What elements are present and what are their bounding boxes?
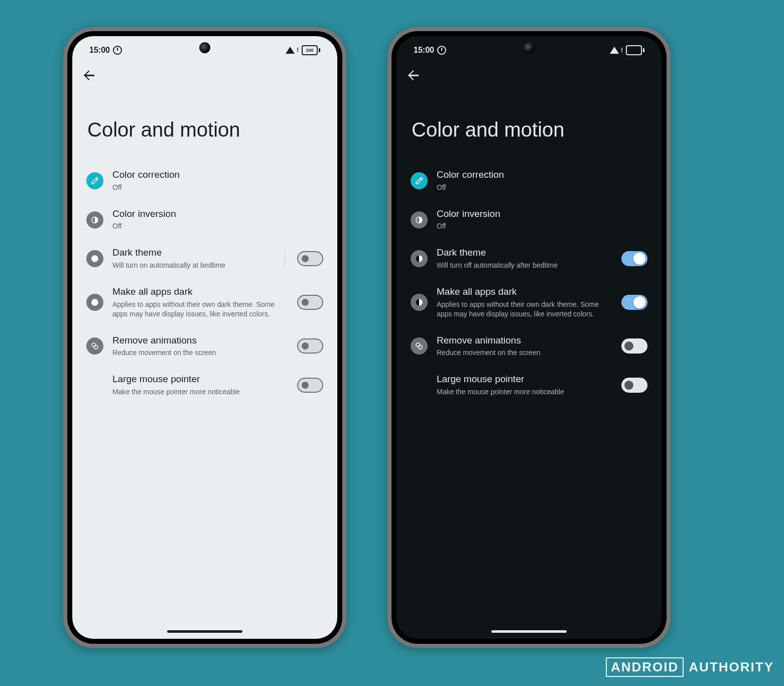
wifi-icon — [610, 47, 619, 54]
watermark: ANDROID AUTHORITY — [606, 657, 774, 677]
row-subtitle: Off — [437, 221, 647, 231]
row-subtitle: Off — [112, 221, 323, 231]
row-remove-animations[interactable]: Remove animations Reduce movement on the… — [81, 327, 328, 366]
contrast-filled-icon — [411, 250, 428, 267]
row-subtitle: Make the mouse pointer more noticeable — [112, 387, 288, 397]
row-large-mouse-pointer[interactable]: Large mouse pointer Make the mouse point… — [81, 366, 328, 405]
dark-theme-toggle[interactable] — [621, 251, 647, 266]
animation-icon — [411, 337, 428, 355]
svg-point-8 — [416, 343, 420, 347]
remove-animations-toggle[interactable] — [297, 338, 323, 354]
row-subtitle: Will turn on automatically at bedtime — [112, 261, 273, 270]
svg-point-3 — [92, 343, 96, 347]
row-divider — [285, 250, 285, 268]
page-title: Color and motion — [397, 88, 662, 161]
watermark-right: AUTHORITY — [689, 659, 774, 675]
battery-icon: 100 — [302, 45, 320, 55]
row-title: Dark theme — [437, 247, 612, 259]
animation-icon — [86, 337, 103, 355]
wifi-alert-icon: ! — [297, 47, 299, 54]
row-subtitle: Reduce movement on the screen — [437, 348, 612, 358]
wifi-icon — [286, 47, 295, 54]
row-title: Remove animations — [112, 335, 288, 347]
large-mouse-pointer-toggle[interactable] — [621, 378, 647, 393]
row-dark-theme[interactable]: Dark theme Will turn off automatically a… — [406, 239, 652, 278]
back-button[interactable] — [408, 69, 420, 81]
eyedropper-icon — [411, 172, 428, 189]
row-title: Dark theme — [112, 247, 273, 259]
contrast-icon — [86, 211, 103, 228]
row-color-inversion[interactable]: Color inversion Off — [406, 200, 652, 240]
row-title: Color correction — [112, 169, 323, 181]
front-camera — [524, 42, 535, 53]
contrast-filled-icon — [86, 250, 103, 267]
row-title: Make all apps dark — [437, 286, 612, 298]
row-remove-animations[interactable]: Remove animations Reduce movement on the… — [406, 327, 652, 366]
row-title: Large mouse pointer — [437, 374, 612, 385]
front-camera — [199, 42, 210, 53]
contrast-filled-icon — [411, 294, 428, 311]
row-subtitle: Off — [437, 183, 647, 192]
make-all-apps-dark-toggle[interactable] — [621, 295, 647, 310]
dark-theme-toggle[interactable] — [297, 251, 323, 266]
home-indicator[interactable] — [491, 630, 567, 633]
contrast-icon — [411, 211, 428, 228]
page-title: Color and motion — [72, 88, 337, 161]
row-color-correction[interactable]: Color correction Off — [406, 161, 652, 200]
row-subtitle: Applies to apps without their own dark t… — [112, 300, 288, 319]
row-subtitle: Reduce movement on the screen — [112, 348, 288, 358]
row-color-inversion[interactable]: Color inversion Off — [81, 200, 328, 240]
timer-icon — [437, 46, 446, 55]
row-subtitle: Make the mouse pointer more noticeable — [437, 387, 612, 397]
row-title: Make all apps dark — [112, 286, 288, 298]
row-title: Color inversion — [112, 208, 323, 220]
remove-animations-toggle[interactable] — [621, 338, 647, 354]
row-title: Color correction — [437, 169, 647, 181]
status-time: 15:00 — [414, 46, 434, 55]
make-all-apps-dark-toggle[interactable] — [297, 295, 323, 310]
row-large-mouse-pointer[interactable]: Large mouse pointer Make the mouse point… — [406, 366, 652, 405]
timer-icon — [113, 46, 122, 55]
row-dark-theme[interactable]: Dark theme Will turn on automatically at… — [81, 239, 328, 278]
row-subtitle: Applies to apps without their own dark t… — [437, 300, 612, 319]
svg-point-9 — [419, 346, 423, 350]
row-make-all-apps-dark[interactable]: Make all apps dark Applies to apps witho… — [81, 278, 328, 327]
row-title: Large mouse pointer — [112, 374, 288, 385]
row-title: Color inversion — [437, 208, 647, 220]
home-indicator[interactable] — [167, 630, 242, 633]
large-mouse-pointer-toggle[interactable] — [297, 378, 323, 393]
svg-point-4 — [94, 346, 98, 350]
battery-icon: 100 — [626, 45, 644, 55]
row-make-all-apps-dark[interactable]: Make all apps dark Applies to apps witho… — [406, 278, 652, 327]
watermark-left: ANDROID — [606, 657, 684, 677]
wifi-alert-icon: ! — [621, 47, 623, 54]
row-subtitle: Will turn off automatically after bedtim… — [437, 261, 612, 270]
row-color-correction[interactable]: Color correction Off — [81, 161, 328, 200]
eyedropper-icon — [86, 172, 103, 189]
back-button[interactable] — [83, 69, 95, 81]
row-title: Remove animations — [437, 335, 612, 347]
row-subtitle: Off — [112, 183, 323, 192]
status-time: 15:00 — [89, 46, 110, 55]
contrast-filled-icon — [86, 294, 103, 311]
